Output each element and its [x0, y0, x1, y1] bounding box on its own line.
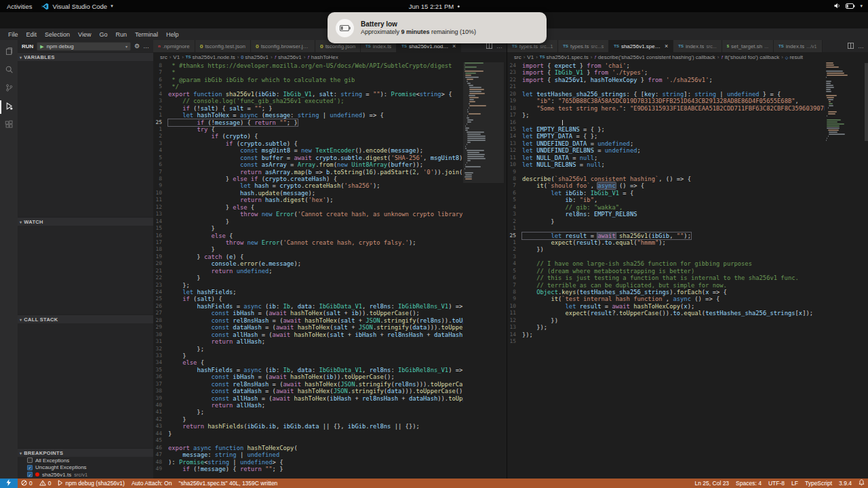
- code-line[interactable]: 11 return hash.digest('hex');: [153, 197, 463, 203]
- split-editor-icon[interactable]: [848, 43, 854, 50]
- code-line[interactable]: 6 const asArray = Array.from(new Uint8Ar…: [153, 161, 463, 168]
- breadcrumb-item[interactable]: {}sha256v1: [241, 54, 269, 60]
- clock[interactable]: Jun 15 2:21 PM: [409, 3, 460, 10]
- activity-explorer[interactable]: [0, 45, 18, 59]
- status-cursor-position[interactable]: Ln 25, Col 23: [692, 479, 733, 488]
- code-line[interactable]: 18 "Some test string here.": "E9D6131593…: [507, 105, 825, 112]
- scrollbar[interactable]: [865, 62, 868, 479]
- code-line[interactable]: 1 expect(result).to.equal("hmmm");: [507, 239, 825, 246]
- activity-search[interactable]: [0, 64, 18, 77]
- code-line[interactable]: 12let UNDEFINED_REL8NS = undefined;: [507, 147, 825, 154]
- code-line[interactable]: 3 // console.log('func_gib_sha256v1 exec…: [153, 98, 463, 104]
- activity-source-control[interactable]: [0, 82, 18, 96]
- code-line[interactable]: 49 if (!message) { return ""; }: [153, 466, 463, 472]
- code-line[interactable]: 8 } else if (crypto.createHash) {: [153, 176, 463, 182]
- code-line[interactable]: 7 *: [153, 69, 463, 76]
- status-language-mode[interactable]: TypeScript: [802, 479, 835, 488]
- menu-selection[interactable]: Selection: [41, 31, 74, 38]
- code-line[interactable]: 17};: [507, 112, 825, 119]
- tab-types.ts[interactable]: TStypes.tssrc...s: [558, 40, 609, 52]
- status-errors[interactable]: 0: [18, 479, 36, 488]
- code-line[interactable]: 5 const buffer = await crypto.subtle.dig…: [153, 155, 463, 161]
- code-line[interactable]: 7 it(`should foo`, async () => {: [507, 182, 825, 189]
- code-line[interactable]: 41 };: [153, 409, 463, 415]
- breakpoint-item[interactable]: All Exceptions: [18, 457, 153, 464]
- battery-notification[interactable]: Battery low Approximately 9 minutes rema…: [328, 12, 547, 43]
- code-lines[interactable]: 24import { expect } from 'chai';23import…: [507, 62, 825, 479]
- breadcrumb-item[interactable]: src: [160, 54, 167, 60]
- breakpoint-item[interactable]: ✓Uncaught Exceptions: [18, 464, 153, 472]
- code-line[interactable]: 12 } else {: [153, 204, 463, 211]
- section-header-breakpoints[interactable]: ▾ BREAKPOINTS: [18, 448, 153, 457]
- code-line[interactable]: 7 // terrible as can be duplicated, but …: [507, 282, 825, 289]
- menu-file[interactable]: File: [4, 31, 22, 38]
- code-line[interactable]: 26 hashFields = async (ib: Ib, data: IbG…: [153, 303, 463, 310]
- status-vim-message[interactable]: "sha256v1.spec.ts" 40L, 1359C written: [175, 479, 281, 488]
- code-line[interactable]: 30 const allHash = (await hashToHex(salt…: [153, 331, 463, 338]
- scrollbar-thumb[interactable]: [865, 63, 868, 141]
- code-line[interactable]: 5 */: [153, 83, 463, 90]
- code-line[interactable]: 17 throw new Error('Cannot create hash, …: [153, 239, 463, 246]
- checkbox[interactable]: ✓: [27, 465, 33, 470]
- breadcrumb-item[interactable]: V1: [527, 54, 534, 60]
- code-line[interactable]: 1 let hashToHex = async (message: string…: [153, 112, 463, 119]
- more-actions-icon[interactable]: …: [858, 43, 864, 49]
- code-line[interactable]: 10 let result = await hashToHexCopy(x);: [507, 303, 825, 310]
- code-line[interactable]: 1: [507, 225, 825, 232]
- code-line[interactable]: 25 if (salt) {: [153, 296, 463, 302]
- editor[interactable]: 24import { expect } from 'chai';23import…: [507, 62, 868, 479]
- code-line[interactable]: 24import { expect } from 'chai';: [507, 62, 825, 69]
- more-actions-icon[interactable]: …: [143, 43, 149, 49]
- activity-run-and-debug[interactable]: [0, 100, 18, 114]
- checkbox[interactable]: [27, 458, 33, 463]
- code-line[interactable]: 29 const dataHash = (await hashToHex(sal…: [153, 324, 463, 331]
- breakpoint-item[interactable]: ✓sha256v1.tssrc/v1: [18, 471, 153, 479]
- code-line[interactable]: 23 };: [153, 282, 463, 289]
- menu-edit[interactable]: Edit: [22, 31, 41, 38]
- code-line[interactable]: 22import { sha256v1, hashToHexCopy } fro…: [507, 77, 825, 83]
- code-line[interactable]: 38 const dataHash = (await hashToHex(JSO…: [153, 388, 463, 394]
- code-line[interactable]: 4export function sha256v1(ibGib: IbGib_V…: [153, 91, 463, 98]
- breadcrumb-item[interactable]: ƒsha256v1: [275, 54, 302, 60]
- code-line[interactable]: 16 else {: [153, 232, 463, 239]
- code-line[interactable]: 48): Promise<string | undefined> {: [153, 459, 463, 466]
- code-line[interactable]: 19 } catch (e) {: [153, 253, 463, 260]
- code-line[interactable]: 40 return allHash;: [153, 402, 463, 409]
- status-indentation[interactable]: Spaces: 4: [732, 479, 765, 488]
- menu-terminal[interactable]: Terminal: [131, 31, 162, 38]
- code-line[interactable]: 6 let ibGib: IbGib_V1 = {: [507, 190, 825, 197]
- breadcrumb-item[interactable]: ◇result: [785, 54, 803, 60]
- section-header-variables[interactable]: ▾ VARIABLES: [18, 52, 153, 61]
- code-line[interactable]: 42 }: [153, 416, 463, 423]
- app-menu[interactable]: Visual Studio Code ▾: [41, 3, 113, 10]
- code-line[interactable]: 14});: [507, 331, 825, 338]
- code-line[interactable]: 2 if (!salt) { salt = ""; }: [153, 105, 463, 112]
- status-warnings[interactable]: 0: [36, 479, 55, 488]
- code-line[interactable]: 15let EMPTY_REL8NS = { };: [507, 126, 825, 133]
- tab-set_target.sh[interactable]: $set_target.sh...: [722, 40, 774, 52]
- status-auto-attach[interactable]: Auto Attach: On: [128, 479, 176, 488]
- breadcrumb-item[interactable]: ƒit('should foo') callback: [721, 54, 779, 60]
- code-line[interactable]: 44}: [153, 430, 463, 437]
- close-icon[interactable]: ×: [452, 43, 456, 49]
- code-line[interactable]: 8 * #thanks https://developer.mozilla.or…: [153, 62, 463, 69]
- code-line[interactable]: 20let testHashes_sha256_strings: { [key:…: [507, 91, 825, 98]
- system-tray[interactable]: ▾: [834, 3, 863, 10]
- code-line[interactable]: 39 const allHash = (await hashToHex(ibHa…: [153, 395, 463, 402]
- code-line[interactable]: 3 rel8ns: EMPTY_REL8NS: [507, 211, 825, 218]
- code-line[interactable]: 12 }): [507, 317, 825, 324]
- code-line[interactable]: 18 }: [153, 246, 463, 253]
- code-line[interactable]: 11let NULL_DATA = null;: [507, 155, 825, 161]
- breadcrumb-item[interactable]: ƒhashToHex: [307, 54, 338, 60]
- tab-tsconfig.test.json[interactable]: {}tsconfig.test.json: [195, 40, 251, 52]
- code-line[interactable]: 1 try {: [153, 126, 463, 133]
- activity-extensions[interactable]: [0, 119, 18, 132]
- section-header-callstack[interactable]: ▾ CALL STACK: [18, 314, 153, 323]
- code-line[interactable]: 5 // (dream where metabootstrapping is b…: [507, 268, 825, 274]
- code-line[interactable]: 9 let hash = crypto.createHash('sha256')…: [153, 182, 463, 189]
- status-notifications-icon[interactable]: [855, 479, 868, 488]
- code-line[interactable]: 14 }: [153, 218, 463, 225]
- tab-index.ts[interactable]: TSindex.tssrc...: [673, 40, 722, 52]
- activities-button[interactable]: Activities: [7, 3, 32, 10]
- code-line[interactable]: 10 hash.update(message);: [153, 190, 463, 197]
